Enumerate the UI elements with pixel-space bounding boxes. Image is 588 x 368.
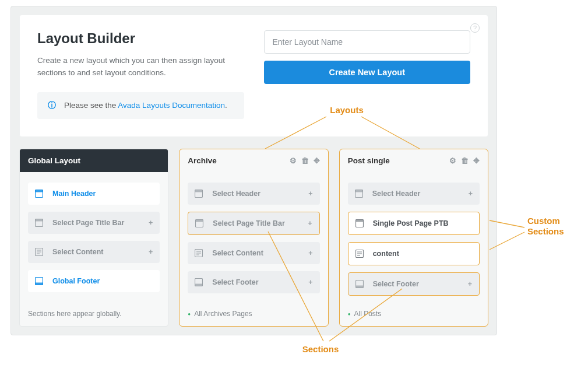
svg-rect-19 [195, 283, 203, 286]
section-label: Select Content [52, 248, 139, 256]
column-title: Global Layout [28, 156, 80, 165]
section-label: Select Page Title Bar [52, 219, 139, 227]
move-icon[interactable]: ✥ [473, 156, 480, 165]
layout-name-input[interactable] [264, 30, 471, 54]
section-label: Single Post Page PTB [373, 219, 472, 227]
svg-rect-1 [36, 190, 43, 192]
section-footer[interactable]: Global Footer + [28, 270, 160, 292]
section-label: Select Header [212, 190, 299, 198]
notice-text: Please see the Avada Layouts Documentati… [64, 101, 227, 110]
section-label: Main Header [52, 190, 153, 198]
content-section-icon [355, 250, 364, 258]
ptb-section-icon [35, 219, 43, 227]
add-icon: + [149, 219, 153, 227]
footer-section-icon [355, 280, 364, 288]
svg-rect-21 [355, 190, 362, 192]
gear-icon[interactable]: ⚙ [290, 156, 297, 165]
documentation-link[interactable]: Avada Layouts Documentation [118, 101, 225, 110]
info-icon: ⓘ [48, 100, 56, 111]
documentation-notice: ⓘ Please see the Avada Layouts Documenta… [37, 92, 244, 119]
section-content[interactable]: Select Content + [28, 241, 160, 263]
svg-rect-23 [355, 219, 363, 222]
trash-icon[interactable]: 🗑 [301, 156, 309, 165]
add-icon: + [308, 278, 312, 286]
section-page-title-bar[interactable]: Select Page Title Bar + [28, 212, 160, 234]
trash-icon[interactable]: 🗑 [461, 156, 469, 165]
column-header-archive: Archive ⚙ 🗑 ✥ [179, 149, 328, 172]
ptb-section-icon [355, 219, 364, 227]
header-row: Layout Builder Create a new layout which… [37, 30, 470, 119]
content-section-icon [35, 248, 43, 256]
ptb-section-icon [195, 219, 203, 227]
add-icon: + [469, 190, 473, 198]
builder-header-card: ? Layout Builder Create a new layout whi… [19, 15, 488, 137]
svg-rect-13 [196, 219, 203, 222]
column-footer-post-single: All Posts [340, 304, 488, 326]
header-right: Create New Layout [264, 30, 471, 119]
help-icon[interactable]: ? [470, 23, 480, 33]
section-label: Select Content [212, 249, 299, 257]
svg-rect-29 [355, 285, 363, 288]
section-page-title-bar[interactable]: Single Post Page PTB + [348, 212, 480, 235]
section-label: Select Footer [212, 278, 299, 286]
move-icon[interactable]: ✥ [314, 156, 320, 165]
annotation-sections-label: Sections [233, 344, 408, 354]
annotation-custom-sections-label: Custom Sections [527, 216, 580, 237]
column-title: Post single [348, 156, 390, 165]
footer-section-icon [35, 277, 43, 285]
sections-list-post-single: Select Header + Single Post Page PTB + c… [340, 172, 488, 304]
section-content[interactable]: content + [348, 242, 480, 265]
section-footer[interactable]: Select Footer + [348, 272, 480, 296]
sections-list-global: Main Header + Select Page Title Bar + Se… [20, 172, 168, 304]
column-header-global: Global Layout [20, 149, 168, 172]
create-layout-button[interactable]: Create New Layout [264, 61, 471, 84]
layout-column-archive: Archive ⚙ 🗑 ✥ Select Header + Select Pag… [179, 149, 328, 327]
header-section-icon [195, 190, 203, 198]
footer-section-icon [195, 278, 203, 286]
add-icon: + [149, 248, 153, 256]
gear-icon[interactable]: ⚙ [449, 156, 456, 165]
sections-list-archive: Select Header + Select Page Title Bar + … [179, 172, 328, 304]
section-header[interactable]: Select Header + [348, 183, 480, 205]
section-label: Select Header [372, 190, 459, 198]
svg-rect-3 [36, 219, 43, 221]
header-section-icon [355, 190, 363, 198]
section-content[interactable]: Select Content + [188, 242, 319, 264]
section-label: content [373, 250, 472, 258]
section-label: Select Footer [373, 280, 459, 288]
section-footer[interactable]: Select Footer + [188, 271, 319, 293]
content-section-icon [195, 249, 203, 257]
page-subtitle: Create a new layout which you can then a… [37, 55, 244, 79]
header-section-icon [35, 190, 43, 198]
svg-rect-9 [36, 282, 43, 285]
layout-column-global: Global Layout Main Header + Select Page … [19, 149, 168, 327]
page-container: ? Layout Builder Create a new layout whi… [10, 6, 497, 335]
layout-column-post-single: Post single ⚙ 🗑 ✥ Select Header + Single… [339, 149, 488, 327]
column-footer-global: Sections here appear globally. [20, 304, 168, 326]
section-label: Global Footer [52, 277, 153, 285]
column-title: Archive [188, 156, 217, 165]
page-title: Layout Builder [37, 30, 244, 47]
section-page-title-bar[interactable]: Select Page Title Bar + [188, 212, 319, 235]
section-label: Select Page Title Bar [213, 219, 298, 227]
svg-rect-11 [195, 190, 203, 192]
add-icon: + [308, 219, 312, 227]
section-header[interactable]: Select Header + [188, 183, 319, 205]
add-icon: + [468, 280, 472, 288]
layouts-row: Global Layout Main Header + Select Page … [19, 149, 488, 327]
header-left: Layout Builder Create a new layout which… [37, 30, 244, 119]
column-footer-archive: All Archives Pages [179, 304, 328, 326]
add-icon: + [308, 190, 312, 198]
column-header-post-single: Post single ⚙ 🗑 ✥ [340, 149, 488, 172]
section-header[interactable]: Main Header + [28, 183, 160, 205]
add-icon: + [308, 249, 312, 257]
